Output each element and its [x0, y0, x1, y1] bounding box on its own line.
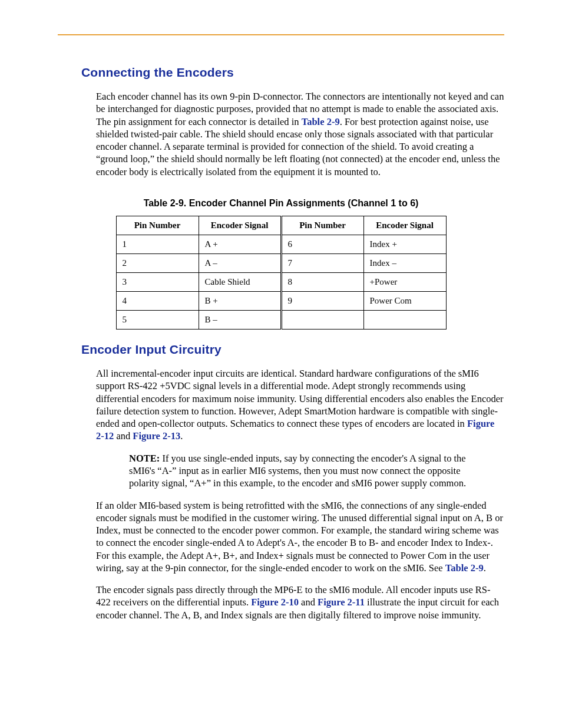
table-cell: +Power [363, 272, 446, 291]
text-run: . [180, 430, 183, 442]
encoder-pin-table: Pin Number Encoder Signal Pin Number Enc… [116, 216, 447, 330]
paragraph: All incremental-encoder input circuits a… [96, 367, 504, 443]
table-body: 1A +6Index +2A –7Index –3Cable Shield8+P… [116, 235, 446, 329]
table-cell: 8 [281, 272, 363, 291]
table-header-cell: Encoder Signal [199, 216, 281, 235]
table-row: 4B +9Power Com [116, 291, 446, 310]
table-row: 3Cable Shield8+Power [116, 272, 446, 291]
text-run: All incremental-encoder input circuits a… [96, 368, 504, 429]
table-header-cell: Pin Number [116, 216, 199, 235]
crossref-figure-2-10[interactable]: Figure 2-10 [251, 597, 299, 608]
text-run: and [299, 597, 318, 608]
table-cell: 7 [281, 253, 363, 272]
table-cell: A – [199, 253, 281, 272]
text-run: and [114, 430, 133, 442]
crossref-table-2-9[interactable]: Table 2-9 [302, 116, 340, 127]
table-header-cell: Encoder Signal [363, 216, 446, 235]
table-cell: Cable Shield [199, 272, 281, 291]
note-label: NOTE: [129, 453, 160, 464]
page: Connecting the Encoders Each encoder cha… [0, 0, 562, 728]
body-block-circuitry: All incremental-encoder input circuits a… [96, 367, 504, 621]
header-rule [58, 34, 504, 35]
content-area: Connecting the Encoders Each encoder cha… [58, 65, 504, 621]
table-cell: 6 [281, 235, 363, 253]
paragraph: The encoder signals pass directly throug… [96, 584, 504, 621]
table-cell [281, 310, 363, 329]
table-cell: 4 [116, 291, 199, 310]
table-header-row: Pin Number Encoder Signal Pin Number Enc… [116, 216, 446, 235]
crossref-table-2-9[interactable]: Table 2-9 [445, 562, 484, 574]
note-paragraph: NOTE: If you use single-ended inputs, sa… [129, 452, 481, 490]
paragraph: If an older MI6-based system is being re… [96, 499, 504, 575]
text-run: If an older MI6-based system is being re… [96, 500, 503, 574]
table-cell: Index – [363, 253, 446, 272]
crossref-figure-2-13[interactable]: Figure 2-13 [133, 430, 180, 442]
table-header-cell: Pin Number [281, 216, 363, 235]
table-cell [363, 310, 446, 329]
table-cell: 3 [116, 272, 199, 291]
crossref-figure-2-11[interactable]: Figure 2-11 [318, 597, 365, 608]
body-block-connecting: Each encoder channel has its own 9-pin D… [96, 90, 504, 178]
table-cell: 1 [116, 235, 199, 253]
table-cell: A + [199, 235, 281, 253]
note-block: NOTE: If you use single-ended inputs, sa… [129, 452, 504, 490]
table-cell: 2 [116, 253, 199, 272]
table-row: 1A +6Index + [116, 235, 446, 253]
section-heading-connecting: Connecting the Encoders [81, 65, 504, 80]
table-row: 2A –7Index – [116, 253, 446, 272]
table-row: 5B – [116, 310, 446, 329]
table-caption: Table 2-9. Encoder Channel Pin Assignmen… [58, 198, 504, 209]
text-run: . [484, 562, 486, 574]
table-cell: Index + [363, 235, 446, 253]
table-cell: 9 [281, 291, 363, 310]
paragraph: Each encoder channel has its own 9-pin D… [96, 90, 504, 178]
note-text: If you use single-ended inputs, say by c… [129, 453, 466, 489]
table-cell: B + [199, 291, 281, 310]
section-heading-circuitry: Encoder Input Circuitry [81, 342, 504, 357]
table-cell: B – [199, 310, 281, 329]
table-cell: Power Com [363, 291, 446, 310]
table-cell: 5 [116, 310, 199, 329]
